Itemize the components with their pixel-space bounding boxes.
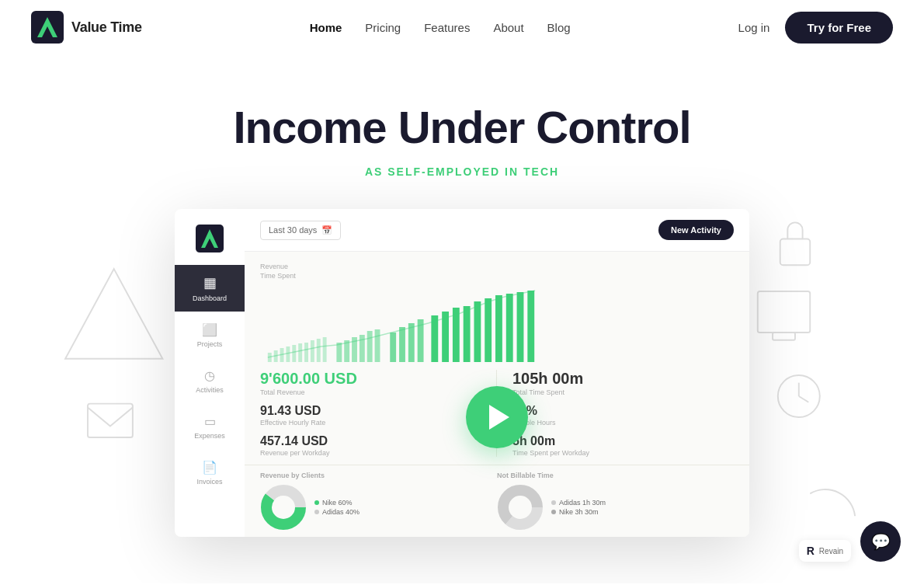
- chart-labels: Revenue Time Spent: [260, 263, 734, 280]
- revenue-clients-label: Revenue by Clients: [260, 472, 497, 479]
- svg-rect-15: [286, 346, 290, 362]
- donut-svg-left: [260, 484, 307, 531]
- invoices-icon: 📄: [202, 460, 217, 475]
- date-filter-text: Last 30 days: [269, 225, 317, 235]
- adidas-time-dot: [551, 500, 556, 505]
- adidas-label: Adidas 40%: [322, 508, 360, 516]
- svg-rect-29: [399, 327, 405, 362]
- time-spent-label: Time Spent: [260, 272, 734, 280]
- sidebar-item-projects[interactable]: ⬜ Projects: [175, 313, 245, 357]
- svg-rect-22: [336, 343, 342, 362]
- svg-rect-30: [408, 323, 415, 362]
- left-legend: Nike 60% Adidas 40%: [314, 499, 360, 516]
- nike-time-label: Nike 3h 30m: [559, 508, 599, 516]
- nike-time-dot: [551, 510, 556, 514]
- projects-icon: ⬜: [202, 322, 217, 337]
- svg-rect-5: [758, 291, 810, 333]
- right-stats: 105h 00m Total Time Spent 91% Billable H…: [497, 370, 734, 457]
- chat-icon: 💬: [871, 532, 891, 551]
- revenue-workday-label: Revenue per Workday: [260, 449, 481, 457]
- svg-rect-20: [317, 339, 321, 362]
- svg-rect-41: [527, 291, 534, 362]
- logo-text: Value Time: [71, 19, 142, 36]
- chart-area: Revenue Time Spent: [245, 252, 749, 370]
- right-legend: Adidas 1h 30m Nike 3h 30m: [551, 499, 606, 516]
- nav-blog[interactable]: Blog: [547, 21, 571, 34]
- svg-marker-2: [65, 269, 162, 359]
- sidebar-label-activities: Activities: [196, 386, 224, 394]
- sidebar-item-activities[interactable]: ◷ Activities: [175, 359, 245, 403]
- nav-features[interactable]: Features: [424, 21, 470, 34]
- svg-rect-26: [367, 331, 373, 362]
- total-time-label: Total Time Spent: [512, 388, 734, 396]
- svg-rect-38: [495, 295, 502, 362]
- hero-title: Income Under Control: [16, 101, 908, 153]
- donut-chart-left: Nike 60% Adidas 40%: [260, 484, 497, 531]
- billable-pct-value: 91%: [512, 404, 734, 418]
- svg-rect-21: [323, 337, 327, 362]
- nav-about[interactable]: About: [493, 21, 523, 34]
- svg-rect-6: [773, 333, 795, 340]
- svg-rect-4: [780, 239, 811, 266]
- legend-item-nike: Nike 60%: [314, 499, 360, 507]
- legend-item-nike-time: Nike 3h 30m: [551, 508, 606, 516]
- nike-label: Nike 60%: [322, 499, 353, 507]
- sidebar-logo-icon: [196, 225, 224, 252]
- activities-icon: ◷: [204, 368, 215, 383]
- play-button-overlay: [466, 386, 528, 448]
- nav-links: Home Pricing Features About Blog: [310, 21, 571, 34]
- sidebar-item-expenses[interactable]: ▭ Expenses: [175, 405, 245, 449]
- login-link[interactable]: Log in: [738, 21, 770, 34]
- expenses-icon: ▭: [204, 414, 216, 429]
- hourly-rate-label: Effective Hourly Rate: [260, 419, 481, 427]
- new-activity-button[interactable]: New Activity: [658, 220, 734, 240]
- svg-rect-19: [311, 340, 314, 362]
- nav-home[interactable]: Home: [310, 21, 342, 34]
- chat-button[interactable]: 💬: [860, 521, 901, 562]
- svg-point-7: [778, 375, 820, 417]
- svg-rect-36: [474, 301, 481, 362]
- revenue-label: Revenue: [260, 263, 734, 270]
- svg-rect-37: [485, 298, 492, 362]
- time-workday-value: 5h 00m: [512, 434, 734, 448]
- adidas-dot: [314, 510, 319, 514]
- svg-rect-40: [517, 292, 524, 362]
- svg-rect-18: [304, 343, 308, 362]
- svg-rect-17: [298, 343, 302, 362]
- revain-icon: R: [807, 545, 815, 557]
- play-button[interactable]: [466, 386, 528, 448]
- sidebar-label-invoices: Invoices: [196, 478, 222, 486]
- nav-pricing[interactable]: Pricing: [365, 21, 401, 34]
- sidebar-label-expenses: Expenses: [194, 432, 225, 440]
- calendar-icon: 📅: [321, 225, 332, 235]
- svg-rect-27: [375, 329, 380, 362]
- hourly-rate-value: 91.43 USD: [260, 404, 481, 418]
- svg-rect-0: [31, 11, 64, 44]
- svg-rect-39: [506, 294, 513, 362]
- legend-item-adidas-time: Adidas 1h 30m: [551, 499, 606, 507]
- logo-icon: [31, 11, 64, 44]
- svg-rect-28: [390, 333, 396, 362]
- total-revenue-value: 9'600.00 USD: [260, 370, 481, 388]
- total-revenue-label: Total Revenue: [260, 388, 481, 396]
- try-for-free-button[interactable]: Try for Free: [785, 12, 893, 44]
- donut-svg-right: [497, 484, 544, 531]
- not-billable-time: Not Billable Time Adidas 1h 30m: [497, 472, 734, 531]
- donut-chart-right: Adidas 1h 30m Nike 3h 30m: [497, 484, 734, 531]
- revain-label: Revain: [819, 547, 843, 555]
- stats-grid: 9'600.00 USD Total Revenue 91.43 USD Eff…: [245, 370, 749, 465]
- sidebar-label-projects: Projects: [197, 340, 223, 348]
- not-billable-label: Not Billable Time: [497, 472, 734, 479]
- logo[interactable]: Value Time: [31, 11, 142, 44]
- bar-chart: [260, 284, 734, 362]
- legend-item-adidas: Adidas 40%: [314, 508, 360, 516]
- revenue-by-clients: Revenue by Clients Nike 60%: [260, 472, 497, 531]
- sidebar: ▦ Dashboard ⬜ Projects ◷ Activities ▭ Ex…: [175, 209, 245, 537]
- dashboard-window: ▦ Dashboard ⬜ Projects ◷ Activities ▭ Ex…: [175, 209, 749, 537]
- sidebar-item-invoices[interactable]: 📄 Invoices: [175, 451, 245, 495]
- total-time-value: 105h 00m: [512, 370, 734, 388]
- date-filter[interactable]: Last 30 days 📅: [260, 221, 341, 240]
- svg-rect-16: [292, 345, 296, 362]
- sidebar-item-dashboard[interactable]: ▦ Dashboard: [175, 265, 245, 312]
- revain-badge[interactable]: R Revain: [799, 540, 851, 562]
